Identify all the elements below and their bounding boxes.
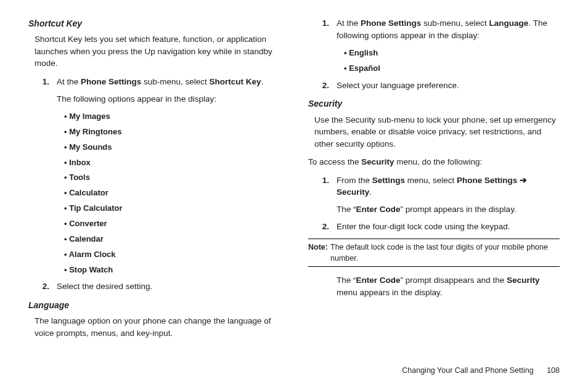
t: menu, do the following: (394, 157, 483, 166)
list-item: Stop Watch (64, 264, 280, 276)
step-number: 1. (28, 76, 57, 105)
list-item: Tip Calculator (64, 203, 280, 214)
step1-line1: At the Phone Settings sub-menu, select S… (57, 76, 280, 88)
language-steps-2: 2. Select your language preference. (308, 80, 560, 92)
security-step-1: 1. From the Settings menu, select Phone … (308, 174, 560, 216)
t: The “ (337, 276, 356, 285)
bold: Phone Settings (457, 176, 517, 185)
language-step-1: 1. At the Phone Settings sub-menu, selec… (308, 17, 560, 41)
sec-step1-line1: From the Settings menu, select Phone Set… (337, 174, 560, 198)
shortcut-key-heading: Shortcut Key (28, 17, 280, 30)
list-item: My Ringtones (64, 126, 280, 138)
t: The “ (337, 205, 356, 214)
note-text: The default lock code is the last four d… (330, 242, 556, 264)
step-number: 2. (28, 280, 57, 293)
step1-line2: The following options appear in the disp… (57, 93, 280, 105)
bold: Phone Settings (81, 77, 141, 86)
t: ” prompt disappears and the (401, 276, 507, 285)
list-item: Inbox (64, 157, 280, 169)
shortcut-step-2: 2. Select the desired setting. (28, 280, 280, 293)
security-intro: Use the Security sub-menu to lock your p… (314, 114, 560, 150)
t: ” prompt appears in the display. (401, 205, 517, 214)
bold: Phone Settings (361, 18, 421, 28)
step2-text: Select the desired setting. (57, 280, 280, 293)
step-number: 2. (308, 80, 337, 92)
right-column: 1. At the Phone Settings sub-menu, selec… (308, 17, 560, 345)
language-intro: The language option on your phone can ch… (35, 315, 280, 339)
note-label: Note: (308, 242, 330, 253)
step-number: 1. (308, 174, 337, 216)
step-text: Enter the four-digit lock code using the… (337, 221, 560, 233)
step-number: 2. (308, 221, 337, 233)
lang-step1-text: At the Phone Settings sub-menu, select L… (337, 17, 560, 41)
bold: Security (337, 187, 369, 197)
t: sub-menu, select (421, 18, 489, 28)
security-result-text: The “Enter Code” prompt disappears and t… (337, 274, 560, 298)
after-note-text: The “Enter Code” prompt disappears and t… (337, 274, 560, 298)
bold: Language (489, 18, 529, 28)
step-text: Select the desired setting. (57, 280, 280, 293)
t: . (369, 187, 372, 197)
t: At the (57, 77, 81, 86)
t: . (261, 77, 264, 86)
lang-step2-text: Select your language preference. (337, 80, 560, 92)
shortcut-options: My Images My Ringtones My Sounds Inbox T… (64, 111, 280, 276)
t: menu appears in the display. (337, 288, 443, 297)
security-step-2: 2. Enter the four-digit lock code using … (308, 221, 560, 233)
shortcut-steps: 1. At the Phone Settings sub-menu, selec… (28, 76, 280, 105)
bold: Security (507, 276, 539, 285)
t: From the (337, 176, 372, 185)
language-step-2: 2. Select your language preference. (308, 80, 560, 92)
language-steps: 1. At the Phone Settings sub-menu, selec… (308, 17, 560, 41)
shortcut-step-1: 1. At the Phone Settings sub-menu, selec… (28, 76, 280, 105)
list-item: Converter (64, 218, 280, 230)
list-item: Alarm Clock (64, 249, 280, 261)
left-column: Shortcut Key Shortcut Key lets you set w… (28, 17, 280, 345)
t: menu, select (405, 176, 457, 185)
bold: Settings (372, 176, 405, 185)
bold: Enter Code (356, 276, 401, 285)
bold: Shortcut Key (210, 77, 261, 86)
language-heading: Language (28, 299, 280, 311)
page-footer: Changing Your Call and Phone Setting 108 (402, 365, 560, 376)
list-item: English (344, 47, 560, 59)
security-access-line: To access the Security menu, do the foll… (308, 156, 560, 168)
t: At the (337, 18, 361, 28)
security-steps: 1. From the Settings menu, select Phone … (308, 174, 560, 232)
sec-step2-text: Enter the four-digit lock code using the… (337, 221, 560, 233)
shortcut-intro: Shortcut Key lets you set which feature,… (35, 33, 280, 70)
t: To access the (308, 157, 361, 166)
sec-step1-line2: The “Enter Code” prompt appears in the d… (337, 203, 560, 216)
page-number: 108 (547, 366, 560, 375)
shortcut-steps-2: 2. Select the desired setting. (28, 280, 280, 293)
page: Shortcut Key Shortcut Key lets you set w… (0, 0, 588, 392)
t: sub-menu, select (141, 77, 209, 86)
list-item: Calendar (64, 234, 280, 245)
note-box: Note:The default lock code is the last f… (308, 239, 560, 267)
step-number: 1. (308, 17, 337, 41)
footer-title: Changing Your Call and Phone Setting (402, 366, 533, 375)
columns: Shortcut Key Shortcut Key lets you set w… (28, 17, 560, 345)
step-text: Select your language preference. (337, 80, 560, 92)
bold: Security (361, 157, 394, 166)
step-text: At the Phone Settings sub-menu, select L… (337, 17, 560, 41)
list-item: Calculator (64, 187, 280, 199)
step-text: From the Settings menu, select Phone Set… (337, 174, 560, 216)
list-item: Español (344, 63, 560, 75)
step-text: At the Phone Settings sub-menu, select S… (57, 76, 280, 105)
language-options: English Español (344, 47, 560, 75)
arrow-icon: ➔ (517, 176, 527, 185)
list-item: Tools (64, 172, 280, 184)
security-heading: Security (308, 97, 560, 110)
bold: Enter Code (356, 205, 401, 214)
list-item: My Images (64, 111, 280, 123)
list-item: My Sounds (64, 142, 280, 153)
